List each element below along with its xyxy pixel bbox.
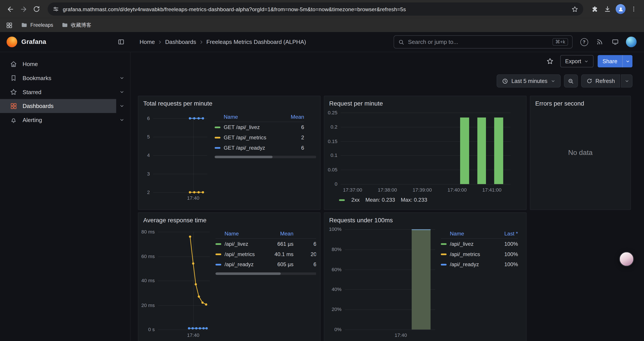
series-mean: 6 xyxy=(278,124,304,130)
help-icon[interactable] xyxy=(579,37,589,47)
sidebar-item-bookmarks[interactable]: Bookmarks xyxy=(0,71,130,85)
legend-col-name[interactable]: Name xyxy=(441,230,489,237)
legend-row[interactable]: /api/_readyz 605 µs 620 µs xyxy=(216,259,316,270)
series-name[interactable]: GET /api/_metrics xyxy=(224,134,278,140)
url-bar[interactable]: grafana.mathmast.com/d/deytv4rwavabkb/fr… xyxy=(48,3,583,16)
series-mean: 661 µs xyxy=(268,241,294,247)
panel-title[interactable]: Errors per second xyxy=(530,96,630,108)
legend-scrollbar[interactable] xyxy=(216,272,316,275)
bookmark-folder-label: 收藏博客 xyxy=(71,22,92,29)
monitor-icon[interactable] xyxy=(610,37,620,47)
series-name[interactable]: GET /api/_readyz xyxy=(224,145,278,151)
chevron-down-icon[interactable] xyxy=(120,104,124,108)
series-swatch xyxy=(216,263,221,265)
sidebar-item-label: Bookmarks xyxy=(22,75,51,81)
breadcrumb-current: Freeleaps Metrics Dashboard (ALPHA) xyxy=(206,39,306,45)
legend-col-mean[interactable]: Mean xyxy=(278,114,304,120)
panel-title[interactable]: Total requests per minute xyxy=(138,96,320,108)
series-name[interactable]: GET /api/_livez xyxy=(224,124,278,130)
panel-title[interactable]: Request per minute xyxy=(324,96,526,108)
series-swatch xyxy=(216,243,221,245)
legend-col-last[interactable]: Last * xyxy=(294,230,316,237)
time-range-picker[interactable]: Last 5 minutes xyxy=(497,74,561,88)
back-icon[interactable] xyxy=(4,3,16,15)
series-name[interactable]: /api/_livez xyxy=(450,241,489,247)
series-name[interactable]: 2xx xyxy=(351,197,360,203)
series-last: 620 µs xyxy=(294,261,316,267)
grafana-logo[interactable] xyxy=(6,37,17,47)
clock-icon xyxy=(502,78,508,84)
legend-col-name[interactable]: Name xyxy=(216,230,268,237)
panel-title[interactable]: Requests under 100ms xyxy=(324,213,526,225)
refresh-button[interactable]: Refresh xyxy=(581,74,620,88)
legend-scrollbar[interactable] xyxy=(214,156,316,158)
legend-row[interactable]: /api/_readyz 100% xyxy=(441,259,518,270)
sidebar-item-dashboards[interactable]: Dashboards xyxy=(0,99,130,113)
browser-toolbar: grafana.mathmast.com/d/deytv4rwavabkb/fr… xyxy=(0,0,644,18)
url-text[interactable]: grafana.mathmast.com/d/deytv4rwavabkb/fr… xyxy=(63,6,568,12)
sidebar-item-starred[interactable]: Starred xyxy=(0,85,130,99)
time-controls: Last 5 minutes Refresh xyxy=(130,70,644,92)
legend-row[interactable]: /api/_livez 100% xyxy=(441,239,518,249)
user-avatar[interactable] xyxy=(626,37,637,47)
legend-row[interactable]: /api/_metrics 40.1 ms 20.5 ms xyxy=(216,249,316,259)
profile-avatar-image xyxy=(616,4,626,14)
legend-row[interactable]: GET /api/_livez 6 xyxy=(214,122,304,132)
series-name[interactable]: /api/_metrics xyxy=(450,251,489,257)
series-name[interactable]: /api/_readyz xyxy=(450,261,489,267)
export-button[interactable]: Export xyxy=(560,55,594,67)
favorite-star-icon[interactable] xyxy=(544,55,556,67)
site-settings-icon[interactable] xyxy=(52,6,59,12)
chevron-down-icon[interactable] xyxy=(120,90,124,94)
downloads-icon[interactable] xyxy=(601,3,614,15)
search-input[interactable]: Search or jump to... ⌘+k xyxy=(394,35,572,49)
series-name[interactable]: /api/_readyz xyxy=(224,261,268,267)
refresh-interval-dropdown[interactable] xyxy=(621,74,632,88)
chevron-down-icon[interactable] xyxy=(120,76,124,81)
series-last: 646 µs xyxy=(294,241,316,247)
legend-row[interactable]: GET /api/_metrics 2 xyxy=(214,132,304,143)
share-button-group: Share xyxy=(598,55,632,67)
legend-col-mean[interactable]: Mean xyxy=(268,230,294,237)
legend-col-last[interactable]: Last * xyxy=(489,230,518,237)
news-rss-icon[interactable] xyxy=(595,37,604,47)
floating-avatar[interactable] xyxy=(619,251,634,267)
series-name[interactable]: /api/_metrics xyxy=(224,251,268,257)
mega-menu-toggle[interactable] xyxy=(118,38,125,46)
panel-total-requests: Total requests per minute 6543217:40 Nam… xyxy=(138,96,320,210)
sidebar-item-alerting[interactable]: Alerting xyxy=(0,113,130,127)
sidebar-item-home[interactable]: Home xyxy=(0,57,130,71)
legend-row[interactable]: GET /api/_readyz 6 xyxy=(214,143,304,153)
breadcrumb-home[interactable]: Home xyxy=(140,39,155,45)
profile-avatar[interactable] xyxy=(614,3,627,15)
series-name[interactable]: /api/_livez xyxy=(224,241,268,247)
extensions-icon[interactable] xyxy=(588,3,600,15)
share-dropdown-button[interactable] xyxy=(622,55,632,67)
legend-row[interactable]: /api/_metrics 100% xyxy=(441,249,518,259)
forward-icon[interactable] xyxy=(17,3,30,15)
chevron-down-icon[interactable] xyxy=(120,118,124,122)
reload-icon[interactable] xyxy=(30,3,43,15)
breadcrumb-dashboards[interactable]: Dashboards xyxy=(165,39,196,45)
browser-menu-kebab-icon[interactable] xyxy=(628,3,640,15)
panel-requests-per-minute: Request per minute 0.250.20.150.10.05017… xyxy=(324,96,526,210)
chevron-right-icon xyxy=(199,40,204,44)
search-icon xyxy=(398,39,404,45)
bookmark-folder-blogs[interactable]: 收藏博客 xyxy=(62,22,92,29)
home-icon xyxy=(10,60,17,68)
series-swatch xyxy=(214,126,220,128)
legend-col-name[interactable]: Name xyxy=(214,114,278,120)
brand-text: Grafana xyxy=(21,38,46,46)
legend-series[interactable]: 2xx xyxy=(339,197,360,203)
zoom-out-button[interactable] xyxy=(564,74,578,88)
panel-title[interactable]: Average response time xyxy=(138,213,320,225)
bookmark-star-icon[interactable] xyxy=(572,6,578,13)
share-button[interactable]: Share xyxy=(598,55,622,67)
legend-row[interactable]: /api/_livez 661 µs 646 µs xyxy=(216,239,316,249)
refresh-button-group: Refresh xyxy=(581,74,632,88)
apps-grid-icon[interactable] xyxy=(6,22,13,29)
bookmark-folder-freeleaps[interactable]: Freeleaps xyxy=(21,22,53,28)
average-response-chart: 80 ms60 ms40 ms20 ms0 s17:40 xyxy=(141,226,211,341)
export-label: Export xyxy=(565,58,581,64)
series-swatch xyxy=(441,243,446,245)
